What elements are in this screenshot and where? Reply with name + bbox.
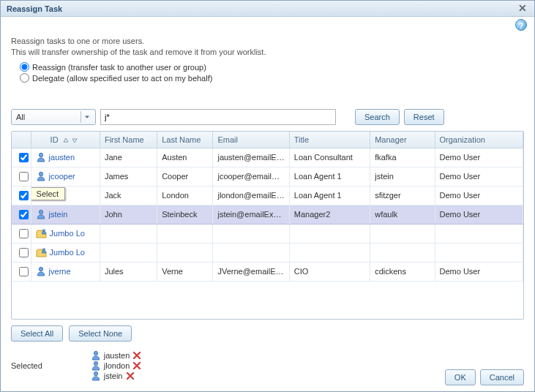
table-row[interactable]: Jumbo Lo xyxy=(12,243,523,262)
row-first: Jack xyxy=(100,186,157,205)
row-title: Manager2 xyxy=(289,205,370,224)
row-id-cell[interactable]: jverne xyxy=(31,262,100,281)
row-first: James xyxy=(100,167,157,186)
row-checkbox[interactable] xyxy=(19,172,29,181)
selected-label: Selected xyxy=(11,361,42,370)
radio-delegate[interactable]: Delegate (allow specified user to act on… xyxy=(20,73,524,83)
radio-delegate-input[interactable] xyxy=(20,73,29,83)
table-row[interactable]: jcooperJamesCooperjcooper@emailE…Loan Ag… xyxy=(12,167,523,186)
description: Reassign tasks to one or more users. Thi… xyxy=(11,36,524,58)
table-row[interactable]: jverneJulesVerneJVerne@emailEx…CIOcdicke… xyxy=(12,262,523,281)
person-icon xyxy=(36,171,46,181)
row-id-cell[interactable]: Jumbo Lo xyxy=(31,243,100,262)
row-email: JVerne@emailEx… xyxy=(213,262,289,281)
select-all-button[interactable]: Select All xyxy=(11,325,63,342)
table-row[interactable]: Jumbo Lo xyxy=(12,224,523,243)
table-row[interactable]: SelectJackLondonjlondon@emailE…Loan Agen… xyxy=(12,186,523,205)
col-checkbox[interactable] xyxy=(12,132,31,148)
row-id-cell[interactable]: jstein xyxy=(31,205,100,224)
row-last: Austen xyxy=(157,148,213,167)
row-manager xyxy=(370,243,435,262)
row-checkbox-cell[interactable] xyxy=(12,186,31,205)
person-icon xyxy=(36,209,46,219)
select-none-button[interactable]: Select None xyxy=(69,325,132,342)
scope-combo[interactable]: All xyxy=(11,109,96,125)
col-email[interactable]: Email xyxy=(213,132,289,148)
row-manager: sfitzger xyxy=(370,186,435,205)
col-first-name[interactable]: First Name xyxy=(100,132,157,148)
row-email: jausten@emailE… xyxy=(213,148,289,167)
remove-chip-icon[interactable] xyxy=(132,361,141,370)
row-id-link[interactable]: jcooper xyxy=(49,172,75,181)
remove-chip-icon[interactable] xyxy=(132,351,141,360)
row-id-link[interactable]: jstein xyxy=(49,210,68,219)
row-first xyxy=(100,243,157,262)
chevron-down-icon[interactable] xyxy=(81,111,92,123)
row-last xyxy=(157,224,213,243)
table-row[interactable]: jsteinJohnSteinbeckjstein@emailExa…Manag… xyxy=(12,205,523,224)
col-organization[interactable]: Organization xyxy=(435,132,523,148)
row-checkbox[interactable] xyxy=(19,267,29,276)
ok-button[interactable]: OK xyxy=(445,369,476,385)
radio-reassign-label: Reassign (transfer task to another user … xyxy=(32,63,206,72)
dialog-title: Reassign Task xyxy=(7,4,62,13)
description-line-1: Reassign tasks to one or more users. xyxy=(11,37,144,45)
row-title: Loan Agent 1 xyxy=(289,186,370,205)
row-checkbox[interactable] xyxy=(19,210,29,219)
row-title: CIO xyxy=(289,262,370,281)
row-org: Demo User xyxy=(435,167,523,186)
row-checkbox[interactable] xyxy=(19,191,29,200)
remove-chip-icon[interactable] xyxy=(126,372,135,380)
radio-delegate-label: Delegate (allow specified user to act on… xyxy=(32,74,212,83)
person-icon xyxy=(91,350,101,361)
row-id-cell[interactable]: Select xyxy=(31,186,100,205)
row-checkbox[interactable] xyxy=(19,248,29,257)
row-manager: cdickens xyxy=(370,262,435,281)
row-first: John xyxy=(100,205,157,224)
table-row[interactable]: jaustenJaneAustenjausten@emailE…Loan Con… xyxy=(12,148,523,167)
col-manager[interactable]: Manager xyxy=(370,132,435,148)
search-input[interactable] xyxy=(100,109,336,125)
radio-reassign-input[interactable] xyxy=(20,62,29,72)
selected-chip: jstein xyxy=(91,371,141,381)
row-org: Demo User xyxy=(435,262,523,281)
selected-chip: jlondon xyxy=(91,361,141,371)
col-title[interactable]: Title xyxy=(289,132,370,148)
cancel-button[interactable]: Cancel xyxy=(480,369,524,385)
col-id[interactable]: ID xyxy=(31,132,100,148)
row-id-cell[interactable]: Jumbo Lo xyxy=(31,224,100,243)
reset-button[interactable]: Reset xyxy=(404,109,444,125)
row-id-link[interactable]: Jumbo Lo xyxy=(50,248,85,257)
radio-reassign[interactable]: Reassign (transfer task to another user … xyxy=(20,62,524,72)
row-checkbox[interactable] xyxy=(19,229,29,238)
close-icon[interactable]: ✕ xyxy=(517,3,528,15)
row-checkbox-cell[interactable] xyxy=(12,262,31,281)
help-icon[interactable]: ? xyxy=(515,19,527,31)
scope-combo-value: All xyxy=(16,113,25,121)
row-title: Loan Consultant xyxy=(289,148,370,167)
row-last: Verne xyxy=(157,262,213,281)
row-title xyxy=(289,243,370,262)
selected-chip-id: jausten xyxy=(104,351,130,360)
col-last-name[interactable]: Last Name xyxy=(157,132,213,148)
row-checkbox-cell[interactable] xyxy=(12,148,31,167)
row-id-link[interactable]: jausten xyxy=(49,153,75,162)
row-id-link[interactable]: jverne xyxy=(49,267,71,276)
row-id-link[interactable]: Jumbo Lo xyxy=(50,229,85,238)
row-id-cell[interactable]: jausten xyxy=(31,148,100,167)
row-email xyxy=(213,224,289,243)
row-checkbox[interactable] xyxy=(19,153,29,162)
row-checkbox-cell[interactable] xyxy=(12,167,31,186)
group-icon xyxy=(36,247,47,257)
selected-chip: jausten xyxy=(91,350,141,361)
row-checkbox-cell[interactable] xyxy=(12,224,31,243)
row-checkbox-cell[interactable] xyxy=(12,205,31,224)
row-email: jstein@emailExa… xyxy=(213,205,289,224)
search-button[interactable]: Search xyxy=(355,109,400,125)
row-title: Loan Agent 1 xyxy=(289,167,370,186)
selected-chip-id: jlondon xyxy=(104,361,130,370)
row-checkbox-cell[interactable] xyxy=(12,243,31,262)
selected-chip-id: jstein xyxy=(104,372,123,380)
row-id-cell[interactable]: jcooper xyxy=(31,167,100,186)
row-last: Steinbeck xyxy=(157,205,213,224)
